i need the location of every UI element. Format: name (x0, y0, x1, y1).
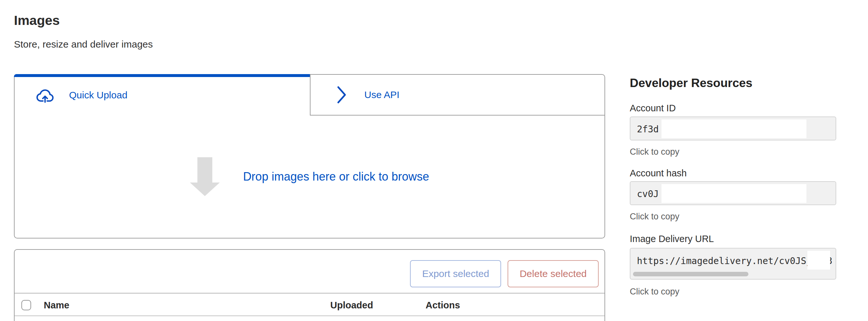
image-delivery-url-value: https://imagedelivery.net/cv0JSj (637, 256, 812, 266)
account-hash-value: cv0J (637, 189, 659, 199)
image-delivery-url-copy-hint: Click to copy (630, 287, 679, 297)
account-id-value: 2f3d (637, 124, 659, 135)
developer-resources-title: Developer Resources (630, 76, 752, 90)
account-hash-label: Account hash (630, 168, 687, 179)
redaction-overlay (661, 119, 806, 138)
tab-use-api-label: Use API (364, 89, 399, 100)
page-subtitle: Store, resize and deliver images (14, 39, 153, 50)
tab-use-api[interactable]: Use API (310, 75, 604, 115)
upload-panel: Quick Upload Use API Drop images here or… (14, 74, 605, 239)
arrow-down-icon (190, 157, 220, 196)
redaction-overlay (807, 251, 830, 270)
column-header-actions: Actions (426, 300, 460, 311)
images-list-panel: Export selected Delete selected Name Upl… (14, 249, 605, 321)
chevron-right-icon (336, 85, 347, 104)
url-horizontal-scrollbar-thumb[interactable] (633, 272, 748, 276)
delete-selected-button[interactable]: Delete selected (507, 260, 599, 287)
account-hash-copy-hint: Click to copy (630, 212, 679, 222)
account-id-label: Account ID (630, 103, 676, 114)
developer-resources-panel: Developer Resources Account ID 2f3d Clic… (630, 74, 836, 321)
account-hash-field[interactable]: cv0J (630, 181, 836, 205)
export-selected-button[interactable]: Export selected (410, 260, 501, 287)
toolbar-buttons: Export selected Delete selected (410, 260, 599, 287)
account-id-copy-hint: Click to copy (630, 147, 679, 157)
page-title: Images (14, 13, 60, 28)
active-tab-indicator (14, 74, 310, 77)
table-header-row: Name Uploaded Actions (14, 293, 604, 316)
image-dropzone[interactable]: Drop images here or click to browse (14, 115, 604, 238)
tab-bar: Quick Upload Use API (14, 75, 604, 115)
column-header-name: Name (44, 300, 69, 311)
dropzone-label: Drop images here or click to browse (243, 170, 429, 183)
tab-quick-upload-label: Quick Upload (69, 90, 127, 101)
cloud-upload-icon (35, 87, 55, 104)
image-delivery-url-label: Image Delivery URL (630, 234, 714, 244)
redaction-overlay (661, 184, 806, 203)
image-delivery-url-field[interactable]: https://imagedelivery.net/cv0JSj 3 (630, 248, 836, 280)
account-id-field[interactable]: 2f3d (630, 116, 836, 140)
column-header-uploaded: Uploaded (330, 300, 373, 311)
tab-quick-upload[interactable]: Quick Upload (14, 75, 310, 115)
list-toolbar: Export selected Delete selected (14, 250, 604, 293)
select-all-checkbox[interactable] (21, 300, 31, 310)
